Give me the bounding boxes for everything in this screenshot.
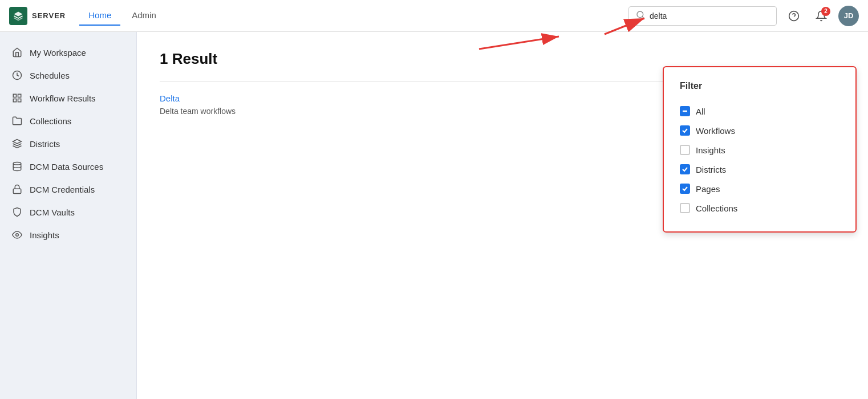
svg-line-1: [642, 17, 644, 18]
sidebar-item-collections[interactable]: Collections: [0, 109, 136, 132]
filter-label-all: All: [696, 107, 705, 116]
result-info: Delta Delta team workflows: [160, 93, 236, 116]
sidebar-label-dcm-vaults: DCM Vaults: [30, 207, 75, 217]
svg-point-10: [13, 162, 21, 165]
sidebar-item-insights[interactable]: Insights: [0, 223, 136, 246]
checkbox-pages[interactable]: [680, 184, 690, 194]
home-icon: [11, 47, 23, 58]
filter-item-districts[interactable]: Districts: [680, 160, 839, 179]
sidebar-label-collections: Collections: [30, 116, 71, 126]
sidebar-label-districts: Districts: [30, 139, 60, 149]
sidebar-label-dcm-data-sources: DCM Data Sources: [30, 162, 103, 172]
lock-icon: [11, 184, 23, 195]
checkbox-workflows[interactable]: [680, 125, 690, 136]
svg-rect-11: [13, 189, 21, 193]
sidebar-label-my-workspace: My Workspace: [30, 48, 86, 58]
sidebar-item-districts[interactable]: Districts: [0, 132, 136, 155]
sidebar-label-insights: Insights: [30, 230, 59, 240]
svg-rect-7: [13, 99, 16, 102]
sidebar-item-dcm-vaults[interactable]: DCM Vaults: [0, 201, 136, 223]
filter-item-insights[interactable]: Insights: [680, 140, 839, 160]
filter-title: Filter: [680, 81, 839, 91]
filter-label-pages: Pages: [696, 184, 720, 194]
layers-icon: [11, 138, 23, 149]
user-avatar[interactable]: JD: [838, 6, 859, 26]
sidebar-item-dcm-credentials[interactable]: DCM Credentials: [0, 178, 136, 201]
sidebar-label-dcm-credentials: DCM Credentials: [30, 185, 95, 194]
sidebar-label-workflow-results: Workflow Results: [30, 93, 96, 103]
svg-line-16: [479, 36, 559, 49]
folder-icon: [11, 115, 23, 127]
svg-rect-6: [18, 94, 21, 97]
top-nav: SERVER Home Admin: [0, 0, 868, 32]
svg-point-0: [637, 11, 643, 18]
content-area: 1 Result Delta Delta team workflows Dist…: [137, 32, 868, 399]
nav-right: 2 JD: [628, 6, 859, 26]
sidebar-item-schedules[interactable]: Schedules: [0, 64, 136, 87]
filter-label-collections: Collections: [696, 203, 737, 213]
filter-item-all[interactable]: All: [680, 101, 839, 121]
search-input[interactable]: [650, 11, 769, 21]
svg-point-12: [16, 234, 19, 237]
filter-item-collections[interactable]: Collections: [680, 198, 839, 218]
logo-icon: [9, 7, 27, 25]
filter-panel: Filter All Workflows: [663, 66, 857, 233]
clock-icon: [11, 70, 23, 81]
svg-rect-8: [18, 99, 21, 102]
result-description: Delta team workflows: [160, 107, 236, 116]
filter-label-workflows: Workflows: [696, 126, 735, 136]
checkbox-collections[interactable]: [680, 203, 690, 213]
nav-admin[interactable]: Admin: [123, 6, 165, 26]
result-title[interactable]: Delta: [160, 93, 236, 103]
notification-badge: 2: [821, 7, 830, 16]
nav-links: Home Admin: [79, 6, 628, 26]
sidebar-item-dcm-data-sources[interactable]: DCM Data Sources: [0, 155, 136, 178]
sidebar-item-workflow-results[interactable]: Workflow Results: [0, 87, 136, 109]
grid-icon: [11, 92, 23, 104]
checkbox-all[interactable]: [680, 106, 690, 116]
shield-icon: [11, 206, 23, 218]
logo-area: SERVER: [9, 7, 66, 25]
sidebar: My Workspace Schedules Workflow Results: [0, 32, 137, 399]
search-icon: [636, 10, 645, 22]
database-icon: [11, 161, 23, 172]
app-logo-text: SERVER: [32, 11, 66, 20]
sidebar-item-my-workspace[interactable]: My Workspace: [0, 41, 136, 64]
filter-label-insights: Insights: [696, 145, 725, 155]
svg-marker-9: [13, 140, 22, 144]
checkbox-districts[interactable]: [680, 164, 690, 174]
help-button[interactable]: [784, 6, 804, 26]
main-layout: My Workspace Schedules Workflow Results: [0, 32, 868, 399]
search-box[interactable]: [628, 6, 777, 26]
checkbox-insights[interactable]: [680, 145, 690, 155]
result-count: 1 Result: [160, 50, 845, 68]
eye-icon: [11, 229, 23, 241]
notifications-button[interactable]: 2: [811, 6, 832, 26]
filter-label-districts: Districts: [696, 165, 726, 174]
sidebar-label-schedules: Schedules: [30, 71, 70, 80]
nav-home[interactable]: Home: [79, 6, 120, 26]
svg-rect-5: [13, 94, 16, 97]
filter-item-pages[interactable]: Pages: [680, 179, 839, 198]
filter-item-workflows[interactable]: Workflows: [680, 121, 839, 140]
